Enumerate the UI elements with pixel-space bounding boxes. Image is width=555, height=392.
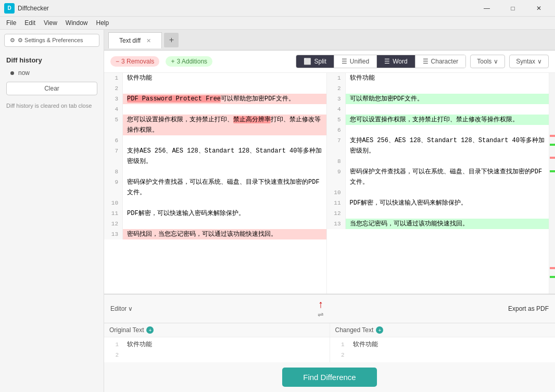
syntax-button[interactable]: Syntax ∨ [509,55,549,68]
diff-line-removed: 5 您可以设置操作权限，支持禁止打印、禁止高分辨率打印、禁止修改等操作权限。 [104,115,326,135]
split-view-button[interactable]: ⬜ Split [296,55,334,68]
clear-button[interactable]: Clear [6,82,97,95]
changed-text-header: Changed Text + [330,323,556,337]
menu-edit[interactable]: Edit [20,18,40,28]
plus-icon: + [171,58,174,65]
left-diff-panel: 1 软件功能 2 3 PDF Password Protect Free可以帮助… [104,73,327,294]
original-add-icon[interactable]: + [146,326,154,334]
diff-line: 7 支持AES 256、AES 128、Standart 128、Standar… [104,146,326,167]
character-icon: ☰ [423,58,428,65]
history-item-now[interactable]: now [0,67,104,79]
editor-dropdown[interactable]: Editor ∨ [110,305,133,312]
main-content: Text diff ✕ + − 3 Removals + 3 Additions… [104,30,555,392]
diff-line: 1 软件功能 [104,73,326,83]
unified-icon: ☰ [342,58,347,65]
editor-toolbar: Editor ∨ ↑ ⇌ Export as PDF [104,295,555,323]
diff-line-added: 13 当您忘记密码，可以通过该功能快速找回。 [327,219,549,229]
bottom-section: Editor ∨ ↑ ⇌ Export as PDF Original Text… [104,294,555,392]
diff-line: 7 支持AES 256、AES 128、Standart 128、Standar… [327,135,549,156]
export-pdf-button[interactable]: Export as PDF [508,305,549,312]
diff-container: 1 软件功能 2 3 PDF Password Protect Free可以帮助… [104,73,555,294]
diff-line: 9 密码保护文件查找器，可以在系统、磁盘、目录下快速查找加密的PDF文件。 [327,167,549,187]
diff-line: 2 [104,83,326,94]
menu-file[interactable]: File [2,18,20,28]
up-arrow-icon: ↑ [318,299,323,309]
diff-area: 1 软件功能 2 3 PDF Password Protect Free可以帮助… [104,73,549,294]
diff-history-label: Diff history [0,51,104,67]
diff-line: 4 [327,104,549,115]
title-bar: D Diffchecker — □ ✕ [0,0,555,17]
maximize-button[interactable]: □ [501,0,525,17]
word-view-button[interactable]: ☰ Word [377,55,415,68]
right-diff-panel: 1 软件功能 2 3 可以帮助您加密PDF文件。 4 [327,73,549,294]
diff-line: 8 [327,156,549,167]
find-difference-button[interactable]: Find Difference [282,368,376,387]
app-body: ⚙ ⚙ Settings & Preferences Diff history … [0,30,555,392]
character-view-button[interactable]: ☰ Character [415,55,466,68]
diff-line-removed: 3 PDF Password Protect Free可以帮助您加密PDF文件。 [104,94,326,104]
diff-line: 12 [327,208,549,219]
diff-line: 11 PDF解密，可以快速输入密码来解除保护。 [327,198,549,208]
minus-icon: − [116,58,119,65]
menu-window[interactable]: Window [61,18,92,28]
sidebar: ⚙ ⚙ Settings & Preferences Diff history … [0,30,104,392]
history-dot [10,71,14,75]
diff-line: 12 [104,219,326,229]
diff-line: 1 软件功能 [327,73,549,83]
tab-bar: Text diff ✕ + [104,30,555,50]
menu-help[interactable]: Help [92,18,113,28]
gear-icon: ⚙ [10,37,15,44]
diff-line: 6 [327,125,549,135]
editor-panels: Original Text + 1 软件功能 2 [104,323,555,362]
view-button-group: ⬜ Split ☰ Unified ☰ Word ☰ Character [296,55,466,68]
split-icon: ⬜ [304,58,311,65]
menu-view[interactable]: View [40,18,61,28]
editor-line: 2 [330,350,556,360]
app-title: Diffchecker [18,5,475,12]
editor-line: 1 软件功能 [104,339,330,350]
diff-line-added: 5 您可以设置操作权限，支持禁止打印、禁止修改等操作权限。 [327,115,549,125]
close-button[interactable]: ✕ [527,0,551,17]
diff-line: 11 PDF解密，可以快速输入密码来解除保护。 [104,208,326,219]
window-controls: — □ ✕ [475,0,551,17]
unified-view-button[interactable]: ☰ Unified [334,55,377,68]
original-text-panel: Original Text + 1 软件功能 2 [104,323,330,362]
diff-line-added: 3 可以帮助您加密PDF文件。 [327,94,549,104]
add-tab-button[interactable]: + [164,33,179,47]
changed-text-content[interactable]: 1 软件功能 2 [330,337,556,362]
diff-line: 10 [327,187,549,198]
minimize-button[interactable]: — [475,0,499,17]
diff-line: 10 [104,198,326,208]
addition-stat: + 3 Additions [166,56,212,67]
editor-line: 2 [104,350,330,360]
diff-scrollbar[interactable] [549,73,555,294]
changed-text-panel: Changed Text + 1 软件功能 2 [330,323,556,362]
word-icon: ☰ [384,58,390,65]
removal-stat: − 3 Removals [110,56,159,67]
app-logo: D [4,3,15,14]
diff-line: 9 密码保护文件查找器，可以在系统、磁盘、目录下快速查找加密的PDF文件。 [104,177,326,198]
diff-line: 4 [104,104,326,115]
changed-add-icon[interactable]: + [376,326,383,334]
toolbar: − 3 Removals + 3 Additions ⬜ Split ☰ Uni… [104,50,555,73]
sidebar-note: Diff history is cleared on tab close [0,98,104,114]
original-text-content[interactable]: 1 软件功能 2 [104,337,330,362]
menu-bar: File Edit View Window Help [0,17,555,30]
tools-chevron-icon: ∨ [494,58,498,65]
syntax-chevron-icon: ∨ [537,58,542,65]
settings-preferences-button[interactable]: ⚙ ⚙ Settings & Preferences [4,34,99,47]
original-text-header: Original Text + [104,323,330,337]
diff-stats: − 3 Removals + 3 Additions [110,56,212,67]
swap-icon[interactable]: ⇌ [318,310,324,319]
diff-line: 2 [327,83,549,94]
diff-line: 8 [104,167,326,177]
diff-line: 6 [104,135,326,146]
editor-chevron-icon: ∨ [128,305,133,312]
tools-button[interactable]: Tools ∨ [470,55,505,68]
diff-line-removed: 13 密码找回，当您忘记密码，可以通过该功能快速找回。 [104,229,326,239]
tab-close-icon[interactable]: ✕ [146,37,151,44]
text-diff-tab[interactable]: Text diff ✕ [108,32,162,48]
swap-arrow-container: ↑ ⇌ [318,299,324,319]
editor-line: 1 软件功能 [330,339,556,350]
